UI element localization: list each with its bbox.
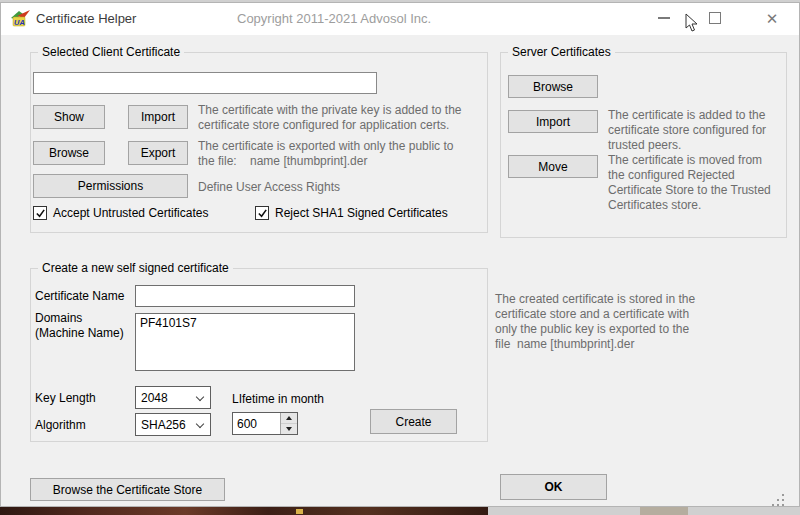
copyright-text: Copyright 2011-2021 Advosol Inc. xyxy=(237,11,431,26)
export-button[interactable]: Export xyxy=(128,141,188,165)
browse-client-button[interactable]: Browse xyxy=(33,141,105,165)
mouse-cursor xyxy=(685,13,699,33)
client-group-title: Selected Client Certificate xyxy=(38,45,184,59)
ok-button[interactable]: OK xyxy=(500,474,607,500)
permissions-button[interactable]: Permissions xyxy=(33,174,188,198)
created-certificate-description: The created certificate is stored in the… xyxy=(495,292,695,352)
spinner-buttons xyxy=(280,413,297,434)
spinner-down-button[interactable] xyxy=(281,424,297,435)
move-description: The certificate is moved from the config… xyxy=(608,153,771,213)
permissions-description: Define User Access Rights xyxy=(198,180,340,195)
window-title: Certificate Helper xyxy=(36,11,136,26)
close-icon: ✕ xyxy=(766,11,779,26)
close-button[interactable]: ✕ xyxy=(755,3,789,33)
show-button[interactable]: Show xyxy=(33,105,105,129)
chevron-down-icon xyxy=(196,393,204,401)
create-group-title: Create a new self signed certificate xyxy=(38,261,233,275)
spinner-down-icon xyxy=(286,427,292,431)
browse-server-button[interactable]: Browse xyxy=(508,75,598,98)
lifetime-spinner[interactable] xyxy=(232,412,298,435)
reject-sha1-checkbox[interactable]: Reject SHA1 Signed Certificates xyxy=(255,206,448,220)
key-length-label: Key Length xyxy=(35,391,96,405)
desktop-wallpaper-speck xyxy=(296,509,303,514)
spinner-up-icon xyxy=(286,416,292,420)
certificate-name-input[interactable] xyxy=(135,285,355,307)
create-button[interactable]: Create xyxy=(370,409,457,434)
checkbox-checked-icon xyxy=(33,206,47,220)
spinner-up-button[interactable] xyxy=(281,413,297,424)
checkbox-checked-icon xyxy=(255,206,269,220)
chevron-down-icon xyxy=(196,420,204,428)
key-length-value: 2048 xyxy=(141,391,168,405)
certificate-name-label: Certificate Name xyxy=(35,289,124,303)
import-server-description: The certificate is added to the certific… xyxy=(608,108,766,153)
maximize-icon xyxy=(709,12,721,24)
server-group-title: Server Certificates xyxy=(508,45,615,59)
move-button[interactable]: Move xyxy=(508,155,598,178)
browse-certificate-store-button[interactable]: Browse the Certificate Store xyxy=(30,478,225,501)
accept-untrusted-checkbox[interactable]: Accept Untrusted Certificates xyxy=(33,206,208,220)
domains-label-line2: (Machine Name) xyxy=(35,326,124,340)
import-server-button[interactable]: Import xyxy=(508,110,598,133)
minimize-icon xyxy=(658,17,670,19)
import-client-button[interactable]: Import xyxy=(128,105,188,129)
resize-grip[interactable] xyxy=(772,494,784,506)
domains-textarea[interactable]: PF4101S7 xyxy=(135,313,355,371)
domains-label-line1: Domains xyxy=(35,311,82,325)
algorithm-label: Algorithm xyxy=(35,418,86,432)
selected-certificate-input[interactable] xyxy=(33,72,377,94)
desktop-wallpaper-patch xyxy=(640,507,688,515)
reject-sha1-label: Reject SHA1 Signed Certificates xyxy=(275,206,448,220)
accept-untrusted-label: Accept Untrusted Certificates xyxy=(53,206,208,220)
lifetime-label: LIfetime in month xyxy=(232,392,324,406)
algorithm-value: SHA256 xyxy=(141,418,186,432)
key-length-select[interactable]: 2048 xyxy=(135,386,211,409)
app-icon: UA xyxy=(10,9,32,27)
svg-text:UA: UA xyxy=(14,18,25,27)
import-client-description: The certificate with the private key is … xyxy=(198,103,461,133)
screen: UA Certificate Helper Copyright 2011-202… xyxy=(0,0,800,515)
minimize-button[interactable] xyxy=(647,3,681,33)
export-description: The certificate is exported with only th… xyxy=(198,139,453,169)
maximize-button[interactable] xyxy=(698,3,732,33)
lifetime-input[interactable] xyxy=(233,413,277,434)
algorithm-select[interactable]: SHA256 xyxy=(135,413,211,436)
